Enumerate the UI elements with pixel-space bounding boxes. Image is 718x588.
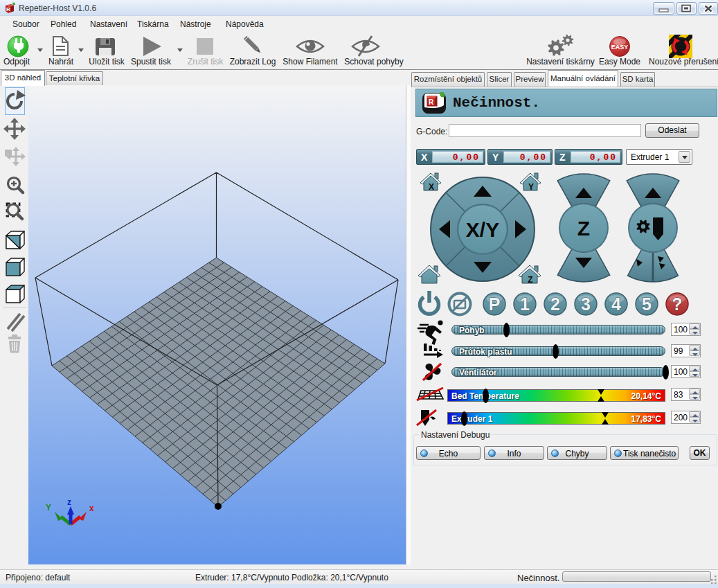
svg-text:x: x [89,504,94,513]
svg-text:2: 2 [550,294,560,314]
svg-text:Z: Z [577,217,590,240]
svg-text:1: 1 [520,294,530,314]
svg-text:P: P [489,294,501,314]
svg-text:3: 3 [581,294,591,314]
svg-text:R: R [429,98,434,106]
svg-text:z: z [67,497,71,507]
svg-text:X/Y: X/Y [466,218,499,241]
svg-text:?: ? [672,294,682,314]
svg-text:5: 5 [642,294,652,314]
svg-text:X: X [429,182,434,192]
svg-text:EASY: EASY [611,44,629,51]
svg-text:4: 4 [611,294,621,314]
svg-text:Z: Z [528,275,532,285]
svg-text:R: R [6,6,10,12]
svg-text:Y: Y [46,503,51,513]
svg-text:Y: Y [528,182,534,192]
